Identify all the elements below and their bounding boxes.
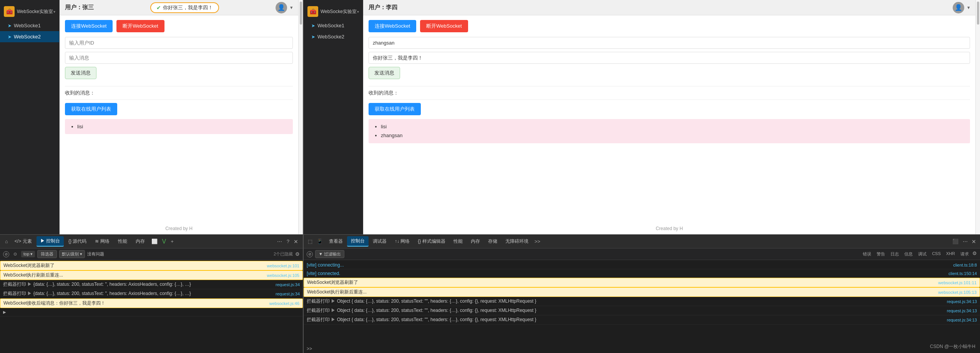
right-tab-console[interactable]: 控制台 — [347, 236, 369, 247]
help-icon[interactable]: ? — [285, 237, 291, 246]
right-filter-btn[interactable]: ▼ 过滤输出 — [315, 250, 344, 258]
right-log-source-2[interactable]: websocket.js:101:11 — [938, 280, 977, 285]
right-sidebar: 🧰 WebSocke实验室 ▾ ➤ WebSocke1 ➤ WebSocke2 — [304, 0, 363, 234]
right-more-panels-icon[interactable]: >> — [533, 237, 542, 246]
screen-icon[interactable]: ⬜ — [149, 237, 159, 246]
right-log-source-0[interactable]: client.ts:18:8 — [953, 263, 977, 267]
left-gear-icon[interactable]: ⚙ — [295, 251, 300, 257]
left-tab-network[interactable]: ≋ 网络 — [91, 237, 113, 246]
right-filter-info[interactable]: 信息 — [902, 250, 915, 258]
right-tab-debugger[interactable]: 调试器 — [369, 237, 390, 246]
right-more-icon[interactable]: ⋯ — [961, 237, 970, 246]
left-log-source-4[interactable]: websocket.js:46 — [269, 301, 299, 306]
right-filter-warn[interactable]: 警告 — [875, 250, 887, 258]
right-disconnect-btn[interactable]: 断开WebSocket — [420, 20, 468, 32]
left-filter-input[interactable]: 筛选器 — [37, 250, 57, 258]
left-send-btn[interactable]: 发送消息 — [65, 67, 96, 79]
right-sidebar-header[interactable]: 🧰 WebSocke实验室 ▾ — [304, 3, 363, 20]
sidebar-item-websocke2-right[interactable]: ➤ WebSocke2 — [304, 31, 363, 42]
left-tab-elements[interactable]: </> 元素 — [11, 237, 36, 246]
right-bottom-prompt[interactable]: >> — [307, 346, 312, 351]
home-icon[interactable]: ⌂ — [3, 237, 10, 246]
right-message-input[interactable] — [369, 52, 970, 64]
right-filter-debug[interactable]: 调试 — [916, 250, 929, 258]
right-xhr-filter[interactable]: XHR — [944, 250, 957, 258]
left-tab-memory[interactable]: 内存 — [132, 237, 149, 246]
right-dropdown-arrow[interactable]: ▾ — [967, 5, 970, 10]
left-divider-2 — [65, 99, 293, 100]
left-log-source-2[interactable]: request.js:34 — [276, 282, 300, 287]
right-filter-error[interactable]: 错误 — [861, 250, 873, 258]
sidebar-item-websocke2-left[interactable]: ➤ WebSocke2 — [0, 31, 59, 42]
right-responsive-icon[interactable]: 📱 — [315, 237, 325, 246]
left-tab-sources[interactable]: {} 源代码 — [65, 237, 90, 246]
left-message-input[interactable] — [65, 52, 293, 64]
vue-icon[interactable]: V — [160, 237, 168, 247]
right-inspector-icon[interactable]: ⬚ — [306, 237, 314, 246]
left-log-source-0[interactable]: websocket.js:101 — [267, 264, 299, 268]
right-arrow-icon-1: ➤ — [311, 23, 315, 28]
right-log-source-3[interactable]: websocket.js:105:13 — [938, 290, 977, 295]
right-expand-4[interactable]: ▶ — [331, 298, 336, 304]
filter-toggle-icon[interactable]: ⊙ — [12, 250, 19, 258]
clear-console-icon[interactable]: ⊘ — [3, 251, 9, 257]
left-level-select[interactable]: 默认级别 ▾ — [59, 250, 85, 258]
close-icon-right[interactable]: ✕ — [970, 238, 978, 245]
right-log-source-5[interactable]: request.js:34:13 — [947, 308, 977, 313]
right-log-text-4: 拦截器打印 ▶ Object { data: {…}, status: 200,… — [307, 298, 947, 305]
left-disconnect-btn[interactable]: 断开WebSocket — [116, 20, 164, 32]
right-gear-icon[interactable]: ⚙ — [972, 250, 977, 258]
close-icon-left[interactable]: ✕ — [292, 238, 300, 245]
right-log-source-1[interactable]: client.ts:150:14 — [948, 271, 977, 276]
left-log-source-1[interactable]: websocket.js:105 — [267, 273, 299, 278]
sidebar-item-websocke1-right[interactable]: ➤ WebSocke1 — [304, 20, 363, 31]
right-log-4: 拦截器打印 ▶ Object { data: {…}, status: 200,… — [304, 297, 980, 306]
right-tab-inspector[interactable]: 查看器 — [325, 237, 347, 246]
add-panel-icon[interactable]: + — [169, 237, 176, 246]
left-log-source-3[interactable]: request.js:34 — [276, 292, 300, 296]
left-scrollbar[interactable] — [298, 0, 303, 234]
left-get-users-btn[interactable]: 获取在线用户列表 — [65, 103, 117, 115]
arrow-expand-2[interactable]: ▶ — [27, 282, 32, 287]
right-filter-log[interactable]: 日志 — [889, 250, 901, 258]
right-scrollbar[interactable] — [975, 0, 980, 234]
right-devtools-toolbar: ⬚ 📱 查看器 控制台 调试器 ↑↓ 网络 {} 样式编辑器 性能 内存 存储 … — [304, 235, 980, 249]
right-content-body: 连接WebSocket 断开WebSocket 发送消息 收到的消息： 获取在线… — [363, 15, 975, 223]
right-console-body: [vite] connecting... client.ts:18:8 [vit… — [304, 260, 980, 345]
right-expand-5[interactable]: ▶ — [331, 308, 336, 313]
more-icon[interactable]: ⋯ — [275, 237, 284, 246]
right-tab-network[interactable]: ↑↓ 网络 — [391, 237, 414, 246]
right-send-btn[interactable]: 发送消息 — [369, 67, 400, 79]
left-tab-performance[interactable]: 性能 — [114, 237, 131, 246]
right-expand-6[interactable]: ▶ — [331, 317, 336, 322]
right-log-source-4[interactable]: request.js:34:13 — [947, 299, 977, 304]
right-tab-performance[interactable]: 性能 — [450, 237, 467, 246]
left-userid-input[interactable] — [65, 37, 293, 49]
right-tab-accessibility[interactable]: 无障碍环境 — [502, 237, 532, 246]
top-selector[interactable]: top ▾ — [21, 251, 35, 257]
left-connect-btn[interactable]: 连接WebSocket — [65, 20, 113, 32]
right-log-5: 拦截器打印 ▶ Object { data: {…}, status: 200,… — [304, 306, 980, 315]
right-userid-input[interactable] — [369, 37, 970, 49]
right-tab-storage[interactable]: 存储 — [484, 237, 501, 246]
right-css-filter[interactable]: CSS — [930, 250, 943, 258]
right-tab-memory[interactable]: 内存 — [467, 237, 484, 246]
right-request-filter[interactable]: 请求 — [958, 250, 971, 258]
right-log-text-1: [vite] connected. — [307, 271, 948, 276]
right-tab-style-editor[interactable]: {} 样式编辑器 — [414, 237, 449, 246]
right-detach-icon[interactable]: ⬛ — [950, 237, 960, 246]
left-log-4: WebSocket接收后端消息：你好张三，我是李四！ websocket.js:… — [0, 298, 303, 308]
left-tab-console[interactable]: ▶ 控制台 — [37, 236, 64, 247]
right-clear-icon[interactable]: ⊘ — [307, 251, 313, 257]
right-connect-btn[interactable]: 连接WebSocket — [369, 20, 416, 32]
left-sidebar-header[interactable]: 🧰 WebSocke实验室 ▾ — [0, 3, 59, 20]
chevron-down-icon: ▾ — [53, 10, 55, 14]
left-dropdown-arrow[interactable]: ▾ — [290, 5, 293, 10]
right-get-users-btn[interactable]: 获取在线用户列表 — [369, 103, 421, 115]
right-log-source-6[interactable]: request.js:34:13 — [947, 318, 977, 322]
left-log-expand: ▶ — [0, 308, 303, 317]
right-user-item-0: lisi — [381, 122, 965, 131]
expand-arrow-icon[interactable]: ▶ — [3, 310, 6, 314]
arrow-expand-3[interactable]: ▶ — [27, 291, 32, 296]
sidebar-item-websocke1-left[interactable]: ➤ WebSocke1 — [0, 20, 59, 31]
